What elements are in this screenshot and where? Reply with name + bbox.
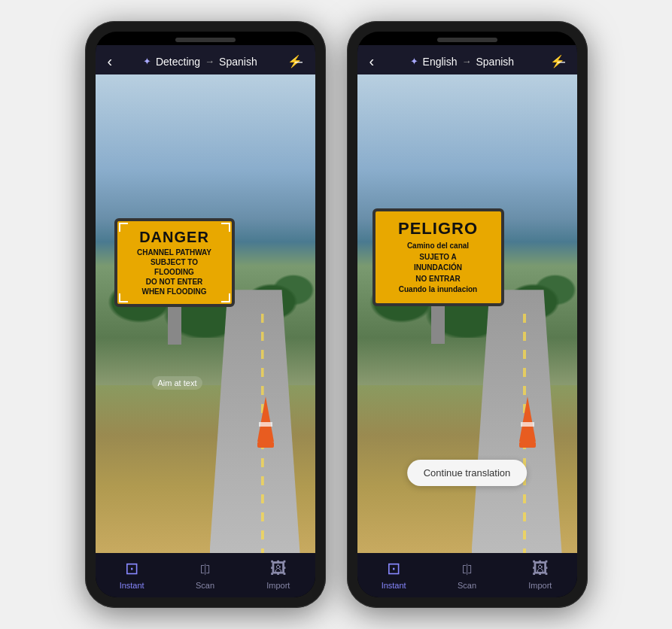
back-button-right[interactable]: ‹ (369, 53, 375, 70)
nav-label-scan-right: Scan (458, 581, 476, 590)
nav-instant-right[interactable]: ⊡ Instant (367, 559, 420, 590)
sparkle-icon-left: ✦ (143, 56, 151, 67)
lang-arrow-right: → (462, 56, 472, 67)
lang-bar-left: ✦ Detecting → Spanish (143, 56, 257, 68)
left-phone: ‹ ✦ Detecting → Spanish ⚡̶ (85, 21, 326, 608)
source-language-left[interactable]: Detecting (156, 56, 200, 68)
right-phone-screen: ‹ ✦ English → Spanish ⚡̶ (357, 32, 577, 597)
danger-body: CHANNEL PATHWAY SUBJECT TO FLOODING DO N… (123, 248, 226, 296)
left-phone-screen: ‹ ✦ Detecting → Spanish ⚡̶ (96, 32, 315, 597)
sparkle-icon-right: ✦ (410, 56, 418, 67)
peligro-sign: PELIGRO Camino del canal SUJETO A INUNDA… (372, 208, 504, 344)
nav-label-instant-right: Instant (382, 581, 406, 590)
danger-title: DANGER (123, 229, 226, 246)
target-language-left[interactable]: Spanish (219, 56, 257, 68)
nav-label-import-left: Import (266, 581, 290, 590)
speaker-bar-right (437, 38, 497, 42)
top-bar-left: ‹ ✦ Detecting → Spanish ⚡̶ (96, 45, 315, 74)
sign-line2-right: SUJETO A (383, 252, 494, 263)
flash-button-left[interactable]: ⚡̶ (287, 54, 303, 68)
sign-line2-left: SUBJECT TO (123, 257, 226, 267)
speaker-bar-left (175, 38, 236, 42)
bottom-nav-right: ⊡ Instant ⎅ Scan 🖼 Import (357, 553, 577, 597)
sign-line4-right: NO ENTRAR (383, 274, 494, 285)
cone-body-right (519, 397, 536, 442)
scan-corner-tl (119, 223, 128, 232)
peligro-body: Camino del canal SUJETO A INUNDACIÓN NO … (383, 241, 494, 296)
import-icon-right: 🖼 (532, 559, 549, 579)
nav-label-import-right: Import (528, 581, 552, 590)
cone-stripe-right (521, 422, 534, 427)
scan-corner-tr (221, 223, 230, 232)
scene-right: PELIGRO Camino del canal SUJETO A INUNDA… (357, 74, 577, 553)
lang-arrow-left: → (205, 56, 214, 67)
cone-base-left (257, 442, 274, 448)
peligro-pole (431, 306, 445, 344)
sign-line5-right: Cuando la inundacion (383, 284, 494, 296)
source-language-right[interactable]: English (423, 56, 458, 68)
target-language-right[interactable]: Spanish (476, 56, 515, 68)
scan-corner-br (221, 293, 230, 302)
nav-import-left[interactable]: 🖼 Import (252, 559, 305, 590)
cone-left (257, 395, 274, 448)
danger-sign: DANGER CHANNEL PATHWAY SUBJECT TO FLOODI… (114, 218, 235, 345)
scan-corner-bl (119, 293, 128, 302)
sign-line1-left: CHANNEL PATHWAY (123, 248, 226, 257)
continue-translation-button[interactable]: Continue translation (407, 460, 528, 486)
camera-view-right: PELIGRO Camino del canal SUJETO A INUNDA… (357, 74, 577, 553)
phones-container: ‹ ✦ Detecting → Spanish ⚡̶ (85, 21, 588, 608)
cone-body-left (257, 397, 274, 442)
nav-import-right[interactable]: 🖼 Import (514, 559, 567, 590)
cone-stripe-left (259, 422, 272, 427)
top-bar-right: ‹ ✦ English → Spanish ⚡̶ (357, 45, 577, 74)
nav-scan-left[interactable]: ⎅ Scan (178, 559, 231, 590)
sign-line5-left: WHEN FLOODING (123, 287, 226, 296)
bottom-nav-left: ⊡ Instant ⎅ Scan 🖼 Import (96, 553, 315, 597)
aim-label: Aim at text (152, 376, 203, 390)
sign-line1-right: Camino del canal (383, 241, 494, 252)
sign-pole-left (168, 307, 181, 345)
cone-right (519, 395, 536, 448)
sign-line3-right: INUNDACIÓN (383, 263, 494, 274)
import-icon-left: 🖼 (270, 559, 287, 579)
peligro-title: PELIGRO (383, 219, 494, 239)
camera-view-left: DANGER CHANNEL PATHWAY SUBJECT TO FLOODI… (96, 74, 315, 553)
instant-icon-right: ⊡ (387, 559, 400, 579)
sign-line4-left: DO NOT ENTER (123, 277, 226, 287)
scene-left: DANGER CHANNEL PATHWAY SUBJECT TO FLOODI… (96, 74, 315, 553)
right-phone: ‹ ✦ English → Spanish ⚡̶ (347, 21, 588, 608)
danger-sign-board: DANGER CHANNEL PATHWAY SUBJECT TO FLOODI… (114, 218, 235, 307)
nav-scan-right[interactable]: ⎅ Scan (440, 559, 493, 590)
sign-line3-left: FLOODING (123, 267, 226, 277)
lang-bar-right: ✦ English → Spanish (410, 56, 515, 68)
nav-label-scan-left: Scan (196, 581, 214, 590)
back-button-left[interactable]: ‹ (108, 53, 113, 70)
peligro-sign-board: PELIGRO Camino del canal SUJETO A INUNDA… (372, 208, 504, 306)
instant-icon-left: ⊡ (125, 559, 138, 579)
nav-label-instant-left: Instant (120, 581, 144, 590)
scan-icon-right: ⎅ (462, 559, 472, 579)
scan-icon-left: ⎅ (200, 559, 210, 579)
nav-instant-left[interactable]: ⊡ Instant (105, 559, 158, 590)
cone-base-right (519, 442, 536, 448)
flash-button-right[interactable]: ⚡̶ (550, 54, 565, 68)
